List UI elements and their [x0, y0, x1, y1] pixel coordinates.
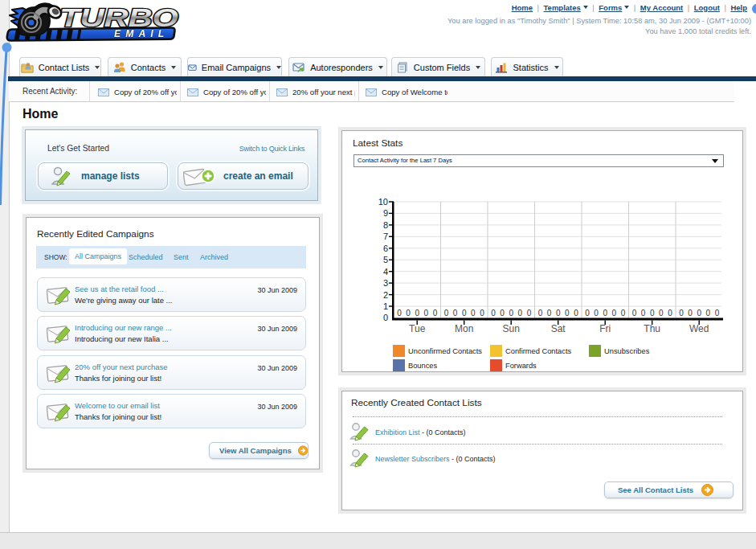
svg-text:0 0 0 0 0: 0 0 0 0 0 — [585, 309, 625, 318]
svg-text:Sun: Sun — [503, 323, 520, 334]
svg-text:1: 1 — [383, 301, 388, 311]
svg-text:9: 9 — [383, 208, 388, 218]
svg-text:10: 10 — [378, 197, 388, 207]
svg-text:Wed: Wed — [689, 323, 709, 334]
svg-text:5: 5 — [383, 255, 388, 264]
svg-text:7: 7 — [383, 231, 388, 241]
svg-text:TURBO: TURBO — [59, 3, 178, 32]
svg-text:2: 2 — [383, 290, 388, 300]
svg-text:0 0 0 0 0: 0 0 0 0 0 — [491, 309, 531, 318]
svg-text:0 0 0 0 0: 0 0 0 0 0 — [444, 309, 484, 318]
svg-text:Sat: Sat — [551, 323, 566, 334]
svg-text:0 0 0 0 0: 0 0 0 0 0 — [538, 309, 578, 318]
svg-text:8: 8 — [383, 220, 388, 230]
svg-text:6: 6 — [383, 244, 388, 253]
svg-text:Mon: Mon — [455, 323, 473, 334]
svg-text:0 0 0 0 0: 0 0 0 0 0 — [397, 309, 437, 318]
svg-text:Fri: Fri — [599, 323, 611, 334]
svg-text:0 0 0 0 0: 0 0 0 0 0 — [632, 309, 672, 318]
svg-text:0 0 0 0 0: 0 0 0 0 0 — [679, 309, 719, 318]
svg-text:0: 0 — [383, 313, 388, 322]
svg-text:Thu: Thu — [644, 323, 660, 334]
svg-text:3: 3 — [383, 278, 388, 288]
svg-text:Tue: Tue — [409, 323, 426, 334]
svg-text:4: 4 — [383, 267, 388, 277]
